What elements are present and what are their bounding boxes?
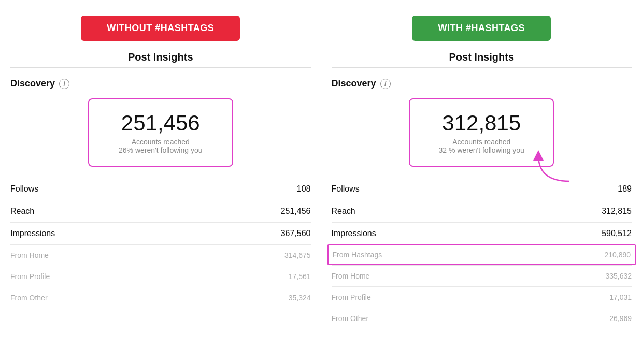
left-stats-table: Follows 108 Reach 251,456 Impressions 36… <box>10 178 311 308</box>
left-from-profile-value: 17,561 <box>289 272 311 281</box>
right-from-other-value: 26,969 <box>609 314 632 323</box>
right-info-icon: i <box>380 79 391 89</box>
right-divider <box>332 67 632 68</box>
left-impressions-label: Impressions <box>10 229 55 238</box>
right-panel-title: Post Insights <box>449 51 514 63</box>
left-follows-value: 108 <box>297 184 311 194</box>
left-from-other-value: 35,324 <box>289 294 311 302</box>
right-follows-label: Follows <box>332 184 360 194</box>
left-follows-label: Follows <box>10 184 38 194</box>
left-discovery-label: Discovery <box>10 78 55 89</box>
right-from-profile-value: 17,031 <box>609 293 632 301</box>
right-impressions-row: Impressions 590,512 <box>332 222 632 244</box>
left-from-profile-label: From Profile <box>10 272 50 281</box>
right-from-other-label: From Other <box>332 314 369 323</box>
left-impressions-row: Impressions 367,560 <box>10 222 311 244</box>
left-panel: WITHOUT #HASHTAGS Post Insights Discover… <box>10 16 311 329</box>
right-panel: WITH #HASHTAGS Post Insights Discovery i… <box>332 16 632 329</box>
right-from-hashtags-label: From Hashtags <box>333 251 382 259</box>
left-info-icon: i <box>59 79 69 89</box>
right-reach-label: Reach <box>332 207 355 216</box>
arrow-icon <box>528 145 575 186</box>
left-from-home-row: From Home 314,675 <box>10 244 311 266</box>
right-stats-table: Follows 189 Reach 312,815 Impressions 59… <box>332 178 632 329</box>
right-follows-value: 189 <box>618 184 632 194</box>
left-reach-label: Reach <box>10 207 34 216</box>
left-from-other-label: From Other <box>10 294 48 302</box>
right-impressions-value: 590,512 <box>602 229 632 238</box>
left-accounts-number: 251,456 <box>110 111 211 136</box>
right-from-profile-label: From Profile <box>332 293 371 301</box>
left-panel-title: Post Insights <box>128 51 193 63</box>
right-accounts-reached: Accounts reached <box>431 138 532 146</box>
right-accounts-number: 312,815 <box>431 111 532 136</box>
right-follows-row: Follows 189 <box>332 178 632 200</box>
right-discovery-label: Discovery <box>332 78 376 89</box>
right-from-other-row: From Other 26,969 <box>332 308 632 329</box>
left-impressions-value: 367,560 <box>281 229 311 238</box>
no-hashtags-badge: WITHOUT #HASHTAGS <box>81 16 240 41</box>
left-reach-row: Reach 251,456 <box>10 200 311 222</box>
left-from-home-value: 314,675 <box>284 251 311 259</box>
left-divider <box>10 67 311 68</box>
left-accounts-reached: Accounts reached <box>110 138 211 146</box>
right-impressions-label: Impressions <box>332 229 376 238</box>
with-hashtags-badge: WITH #HASHTAGS <box>412 16 551 41</box>
right-accounts-sub: 32 % weren't following you <box>431 146 532 154</box>
left-follows-row: Follows 108 <box>10 178 311 200</box>
left-from-profile-row: From Profile 17,561 <box>10 266 311 287</box>
right-from-home-label: From Home <box>332 272 370 280</box>
left-reach-value: 251,456 <box>281 207 311 216</box>
left-discovery-header: Discovery i <box>10 78 311 89</box>
right-discovery-header: Discovery i <box>332 78 632 89</box>
right-from-hashtags-row: From Hashtags 210,890 <box>327 244 636 265</box>
left-accounts-sub: 26% weren't following you <box>110 146 211 154</box>
right-from-home-value: 335,632 <box>605 272 632 280</box>
right-from-profile-row: From Profile 17,031 <box>332 286 632 308</box>
right-reach-row: Reach 312,815 <box>332 200 632 222</box>
right-from-home-row: From Home 335,632 <box>332 265 632 286</box>
left-from-home-label: From Home <box>10 251 49 259</box>
right-from-hashtags-value: 210,890 <box>604 251 631 259</box>
left-from-other-row: From Other 35,324 <box>10 287 311 308</box>
right-reach-value: 312,815 <box>602 207 632 216</box>
left-accounts-box: 251,456 Accounts reached 26% weren't fol… <box>88 98 233 167</box>
